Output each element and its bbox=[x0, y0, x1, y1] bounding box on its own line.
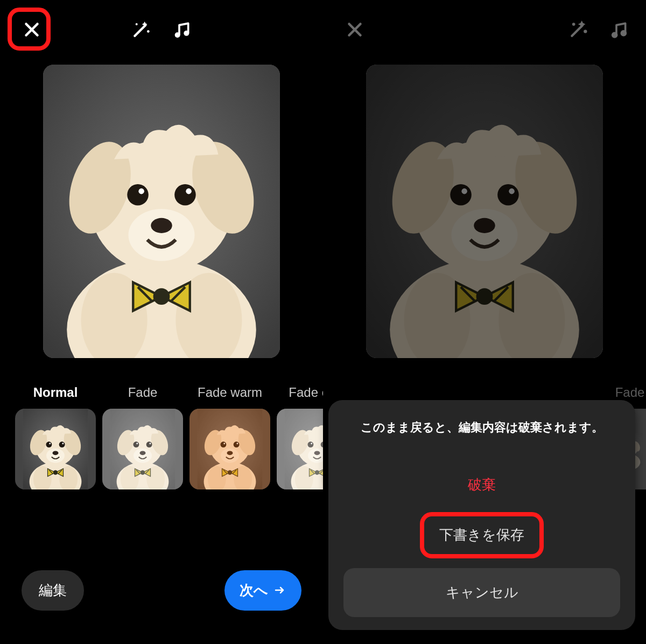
bottom-bar: 編集 次へ bbox=[0, 558, 323, 644]
next-label: 次へ bbox=[240, 581, 268, 600]
image-preview[interactable] bbox=[43, 65, 280, 358]
next-button[interactable]: 次へ bbox=[224, 570, 301, 611]
filter-strip[interactable]: Normal Fade Fade warm Fade cool bbox=[0, 369, 323, 489]
filter-label: Fade cool bbox=[289, 385, 323, 403]
magic-wand-icon bbox=[567, 19, 589, 40]
filter-fade-cool[interactable]: Fade cool bbox=[277, 385, 323, 489]
image-preview bbox=[366, 65, 603, 358]
cancel-button[interactable]: キャンセル bbox=[343, 568, 620, 617]
filter-label: Normal bbox=[33, 385, 78, 403]
discard-dialog: このまま戻ると、編集内容は破棄されます。 破棄 下書きを保存 キャンセル bbox=[328, 400, 635, 630]
filter-thumb[interactable] bbox=[189, 409, 270, 489]
topbar bbox=[0, 0, 323, 59]
discard-button[interactable]: 破棄 bbox=[343, 461, 620, 508]
magic-wand-icon[interactable] bbox=[130, 19, 152, 40]
dialog-message: このまま戻ると、編集内容は破棄されます。 bbox=[343, 419, 620, 436]
filter-label: Fade bbox=[128, 385, 158, 403]
save-draft-button[interactable]: 下書きを保存 bbox=[439, 512, 524, 558]
filter-normal[interactable]: Normal bbox=[15, 385, 96, 489]
discard-dialog-screen: Fade このまま戻ると、編集内容は破棄されます。 破棄 下書きを保存 キャンセ… bbox=[323, 0, 646, 644]
filter-thumb[interactable] bbox=[277, 409, 323, 489]
close-button bbox=[339, 14, 370, 45]
arrow-right-icon bbox=[273, 584, 286, 597]
edit-screen: Normal Fade Fade warm Fade cool bbox=[0, 0, 323, 644]
filter-label: Fade warm bbox=[198, 385, 262, 403]
music-icon bbox=[608, 19, 630, 40]
filter-thumb[interactable] bbox=[15, 409, 96, 489]
filter-fade[interactable]: Fade bbox=[102, 385, 183, 489]
music-icon[interactable] bbox=[171, 19, 193, 40]
edit-button[interactable]: 編集 bbox=[22, 570, 84, 611]
filter-thumb[interactable] bbox=[102, 409, 183, 489]
filter-fade-warm[interactable]: Fade warm bbox=[189, 385, 270, 489]
topbar bbox=[323, 0, 646, 59]
close-button[interactable] bbox=[16, 14, 47, 45]
